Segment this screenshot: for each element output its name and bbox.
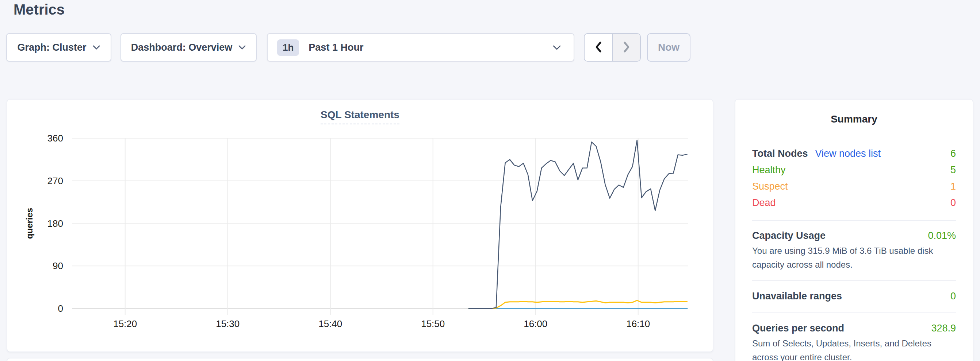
- prev-time-button[interactable]: [585, 34, 612, 61]
- time-range-badge: 1h: [277, 40, 299, 56]
- y-axis-label: queries: [24, 208, 34, 239]
- chevron-right-icon: [622, 41, 632, 55]
- graph-dropdown[interactable]: Graph: Cluster: [6, 33, 111, 62]
- chevron-down-icon: [238, 45, 246, 50]
- yellow-series-line: [469, 301, 687, 309]
- metrics-page: { "page": { "title": "Metrics" }, "toolb…: [0, 0, 980, 361]
- y-tick-label: 0: [58, 303, 63, 314]
- time-step-buttons: [584, 33, 641, 62]
- capacity-usage-row: Capacity Usage 0.01%: [752, 228, 956, 243]
- chevron-down-icon: [552, 45, 561, 50]
- queries-per-second-row: Queries per second 328.9: [752, 320, 956, 336]
- y-tick-label: 270: [48, 176, 63, 186]
- x-tick-label: 15:30: [216, 318, 240, 329]
- total-nodes-label: Total Nodes: [752, 148, 808, 159]
- divider: [752, 312, 956, 313]
- suspect-label: Suspect: [752, 181, 788, 192]
- next-chart-card: [7, 358, 713, 361]
- suspect-row: Suspect 1: [752, 178, 956, 195]
- y-tick-label: 360: [48, 133, 63, 144]
- dead-value: 0: [950, 197, 956, 209]
- suspect-value: 1: [950, 181, 956, 192]
- page-title: Metrics: [14, 2, 65, 18]
- y-tick-label: 90: [52, 260, 63, 271]
- node-status-rows: Total Nodes View nodes list 6 Healthy 5 …: [752, 146, 956, 211]
- total-nodes-row: Total Nodes View nodes list 6: [752, 146, 956, 162]
- chevron-left-icon: [593, 41, 603, 55]
- time-range-selector[interactable]: 1h Past 1 Hour: [267, 33, 574, 62]
- capacity-usage-description: You are using 315.9 MiB of 3.6 TiB usabl…: [752, 244, 956, 272]
- view-nodes-list-link[interactable]: View nodes list: [815, 148, 881, 159]
- x-tick-label: 16:10: [626, 318, 650, 329]
- capacity-usage-label: Capacity Usage: [752, 230, 826, 241]
- healthy-value: 5: [950, 165, 956, 176]
- summary-panel: Summary Total Nodes View nodes list 6 He…: [735, 99, 973, 361]
- y-tick-label: 180: [48, 218, 63, 229]
- now-button[interactable]: Now: [647, 33, 690, 62]
- queries-per-second-description: Sum of Selects, Updates, Inserts, and De…: [752, 337, 956, 361]
- unavailable-ranges-value: 0: [950, 291, 956, 302]
- queries-per-second-label: Queries per second: [752, 323, 844, 334]
- unavailable-ranges-row: Unavailable ranges 0: [752, 288, 956, 304]
- graph-dropdown-label: Graph: Cluster: [17, 42, 86, 53]
- navy-series-line: [469, 140, 687, 309]
- divider: [752, 220, 956, 221]
- queries-per-second-value: 328.9: [931, 323, 956, 334]
- summary-heading: Summary: [752, 113, 956, 125]
- unavailable-ranges-label: Unavailable ranges: [752, 291, 842, 302]
- sql-statements-chart: 09018027036015:2015:3015:4015:5016:0016:…: [7, 100, 713, 352]
- chevron-down-icon: [92, 45, 100, 50]
- dashboard-dropdown-label: Dashboard: Overview: [131, 42, 232, 53]
- x-tick-label: 15:20: [113, 318, 137, 329]
- x-tick-label: 15:40: [318, 318, 342, 329]
- total-nodes-value: 6: [950, 148, 956, 159]
- x-tick-label: 15:50: [421, 318, 445, 329]
- healthy-row: Healthy 5: [752, 162, 956, 178]
- healthy-label: Healthy: [752, 165, 786, 176]
- dashboard-dropdown[interactable]: Dashboard: Overview: [121, 33, 257, 62]
- divider: [752, 280, 956, 281]
- dead-row: Dead 0: [752, 195, 956, 211]
- x-tick-label: 16:00: [523, 318, 547, 329]
- capacity-usage-value: 0.01%: [928, 230, 956, 241]
- dead-label: Dead: [752, 197, 776, 209]
- sql-statements-chart-card: SQL Statements 09018027036015:2015:3015:…: [7, 99, 713, 352]
- next-time-button[interactable]: [612, 34, 640, 61]
- time-range-label: Past 1 Hour: [309, 42, 363, 53]
